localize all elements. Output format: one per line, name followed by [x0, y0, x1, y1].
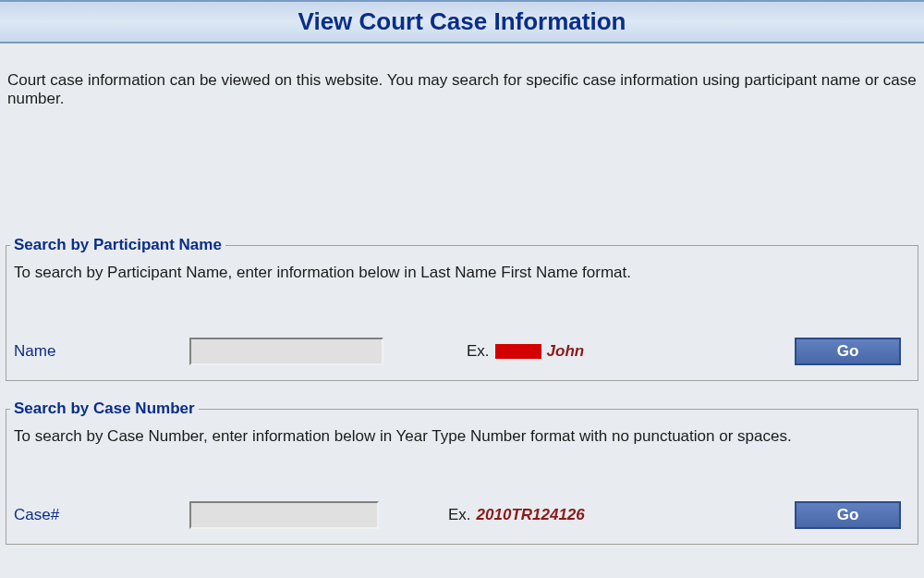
case-input[interactable]: [189, 501, 379, 529]
case-example: Ex. 2010TR124126: [448, 506, 585, 524]
name-go-button[interactable]: Go: [795, 338, 901, 365]
redacted-block: [495, 344, 541, 359]
spacer: [0, 108, 924, 228]
case-example-prefix: Ex.: [448, 506, 471, 524]
case-label: Case#: [14, 506, 189, 524]
name-example: Ex. John: [467, 342, 584, 361]
case-example-text: 2010TR124126: [477, 506, 585, 524]
search-by-case-fieldset: Search by Case Number To search by Case …: [6, 400, 918, 545]
search-by-name-instruction: To search by Participant Name, enter inf…: [14, 264, 910, 282]
search-by-name-row: Name Ex. John Go: [14, 338, 910, 365]
search-by-name-legend: Search by Participant Name: [10, 236, 225, 254]
header-bar: View Court Case Information: [0, 0, 924, 43]
search-by-case-instruction: To search by Case Number, enter informat…: [14, 427, 910, 446]
intro-text: Court case information can be viewed on …: [0, 43, 924, 108]
name-input[interactable]: [189, 338, 383, 365]
search-by-case-row: Case# Ex. 2010TR124126 Go: [14, 501, 910, 529]
case-go-button[interactable]: Go: [795, 501, 901, 529]
name-example-prefix: Ex.: [467, 342, 490, 361]
search-by-case-legend: Search by Case Number: [10, 400, 199, 418]
name-label: Name: [14, 342, 189, 361]
search-by-name-fieldset: Search by Participant Name To search by …: [6, 236, 918, 381]
name-example-text: John: [547, 342, 585, 361]
page-title: View Court Case Information: [0, 7, 924, 36]
